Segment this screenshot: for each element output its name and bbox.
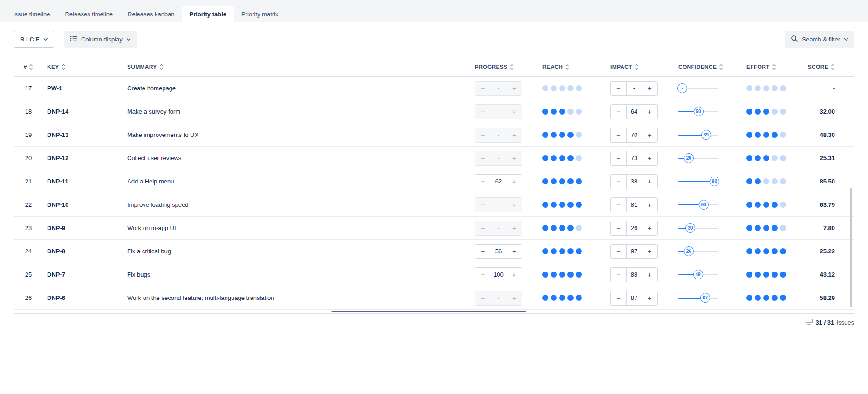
progress-decrease-button[interactable]: − <box>475 245 491 258</box>
progress-decrease-button[interactable]: − <box>475 128 491 142</box>
confidence-slider-handle[interactable]: 63 <box>699 200 709 210</box>
impact-decrease-button[interactable]: − <box>611 175 626 189</box>
reach-rating-dot[interactable] <box>542 178 548 184</box>
progress-increase-button[interactable]: + <box>506 245 522 258</box>
sort-control-score[interactable]: SCORE <box>808 64 835 70</box>
effort-rating[interactable] <box>746 202 786 208</box>
impact-increase-button[interactable]: + <box>642 221 657 235</box>
reach-rating-dot[interactable] <box>559 109 565 115</box>
impact-decrease-button[interactable]: − <box>611 221 626 235</box>
progress-decrease-button[interactable]: − <box>475 221 491 235</box>
progress-increase-button[interactable]: + <box>506 291 522 305</box>
confidence-slider[interactable]: 30 <box>678 223 718 233</box>
progress-increase-button[interactable]: + <box>506 82 522 95</box>
scoring-model-dropdown[interactable]: R.I.C.E <box>14 31 54 48</box>
effort-rating[interactable] <box>746 178 786 184</box>
horizontal-scrollbar[interactable] <box>331 311 526 312</box>
issue-key[interactable]: DNP-14 <box>47 108 68 115</box>
progress-decrease-button[interactable]: − <box>475 175 491 189</box>
effort-rating-dot[interactable] <box>746 295 752 301</box>
issue-key[interactable]: DNP-6 <box>47 294 65 301</box>
effort-rating-dot[interactable] <box>780 272 786 278</box>
effort-rating-dot[interactable] <box>772 295 778 301</box>
progress-increase-button[interactable]: + <box>506 221 522 235</box>
impact-increase-button[interactable]: + <box>642 245 657 258</box>
effort-rating-dot[interactable] <box>755 295 761 301</box>
reach-rating[interactable] <box>542 248 582 254</box>
confidence-slider-handle[interactable]: 30 <box>685 223 695 233</box>
reach-rating-dot[interactable] <box>551 132 557 138</box>
reach-rating-dot[interactable] <box>559 85 565 91</box>
reach-rating[interactable] <box>542 202 582 208</box>
effort-rating-dot[interactable] <box>755 225 761 231</box>
effort-rating-dot[interactable] <box>755 202 761 208</box>
confidence-slider[interactable]: 49 <box>678 270 718 280</box>
effort-rating-dot[interactable] <box>772 132 778 138</box>
effort-rating[interactable] <box>746 248 786 254</box>
impact-decrease-button[interactable]: − <box>611 291 626 305</box>
effort-rating-dot[interactable] <box>755 272 761 278</box>
effort-rating-dot[interactable] <box>763 178 769 184</box>
effort-rating-dot[interactable] <box>755 155 761 161</box>
reach-rating-dot[interactable] <box>576 202 582 208</box>
sort-control-summary[interactable]: SUMMARY <box>127 64 164 70</box>
tab-releases-timeline[interactable]: Releases timeline <box>57 6 120 22</box>
sort-control-reach[interactable]: REACH <box>542 64 569 70</box>
impact-increase-button[interactable]: + <box>642 268 657 282</box>
sort-control-key[interactable]: KEY <box>47 64 66 70</box>
reach-rating-dot[interactable] <box>542 132 548 138</box>
effort-rating-dot[interactable] <box>763 85 769 91</box>
effort-rating-dot[interactable] <box>780 295 786 301</box>
confidence-slider[interactable]: 26 <box>678 153 718 163</box>
effort-rating-dot[interactable] <box>772 178 778 184</box>
impact-decrease-button[interactable]: − <box>611 151 626 165</box>
reach-rating-dot[interactable] <box>576 248 582 254</box>
impact-decrease-button[interactable]: − <box>611 268 626 282</box>
confidence-slider-handle[interactable]: 26 <box>684 246 694 256</box>
effort-rating-dot[interactable] <box>763 295 769 301</box>
effort-rating-dot[interactable] <box>763 202 769 208</box>
effort-rating-dot[interactable] <box>746 132 752 138</box>
impact-decrease-button[interactable]: − <box>611 128 626 142</box>
issue-key[interactable]: DNP-11 <box>47 178 68 185</box>
effort-rating-dot[interactable] <box>780 132 786 138</box>
impact-increase-button[interactable]: + <box>642 291 657 305</box>
tab-priority-matrix[interactable]: Priority matrix <box>234 6 286 22</box>
reach-rating[interactable] <box>542 178 582 184</box>
reach-rating-dot[interactable] <box>567 248 574 254</box>
effort-rating[interactable] <box>746 225 786 231</box>
reach-rating-dot[interactable] <box>559 225 565 231</box>
progress-decrease-button[interactable]: − <box>475 105 491 119</box>
issue-key[interactable]: DNP-13 <box>47 131 68 138</box>
effort-rating[interactable] <box>746 132 786 138</box>
sort-control-confidence[interactable]: CONFIDENCE <box>678 64 723 70</box>
reach-rating-dot[interactable] <box>567 155 574 161</box>
confidence-slider-handle[interactable]: - <box>677 83 687 93</box>
impact-decrease-button[interactable]: − <box>611 245 626 258</box>
impact-increase-button[interactable]: + <box>642 128 657 142</box>
reach-rating-dot[interactable] <box>551 295 557 301</box>
reach-rating-dot[interactable] <box>551 248 557 254</box>
effort-rating-dot[interactable] <box>763 109 769 115</box>
effort-rating-dot[interactable] <box>780 85 786 91</box>
impact-increase-button[interactable]: + <box>642 82 657 95</box>
effort-rating[interactable] <box>746 109 786 115</box>
effort-rating-dot[interactable] <box>772 85 778 91</box>
reach-rating[interactable] <box>542 295 582 301</box>
reach-rating-dot[interactable] <box>559 272 565 278</box>
issue-key[interactable]: PW-1 <box>47 85 62 92</box>
effort-rating-dot[interactable] <box>755 132 761 138</box>
reach-rating-dot[interactable] <box>542 109 548 115</box>
reach-rating-dot[interactable] <box>576 85 582 91</box>
confidence-slider[interactable]: 69 <box>678 130 718 140</box>
reach-rating-dot[interactable] <box>542 85 548 91</box>
effort-rating-dot[interactable] <box>780 178 786 184</box>
effort-rating-dot[interactable] <box>780 225 786 231</box>
confidence-slider-handle[interactable]: 50 <box>694 107 704 116</box>
effort-rating-dot[interactable] <box>780 202 786 208</box>
progress-decrease-button[interactable]: − <box>475 268 491 282</box>
reach-rating-dot[interactable] <box>542 272 548 278</box>
impact-decrease-button[interactable]: − <box>611 198 626 212</box>
issue-key[interactable]: DNP-8 <box>47 248 65 255</box>
impact-increase-button[interactable]: + <box>642 105 657 119</box>
